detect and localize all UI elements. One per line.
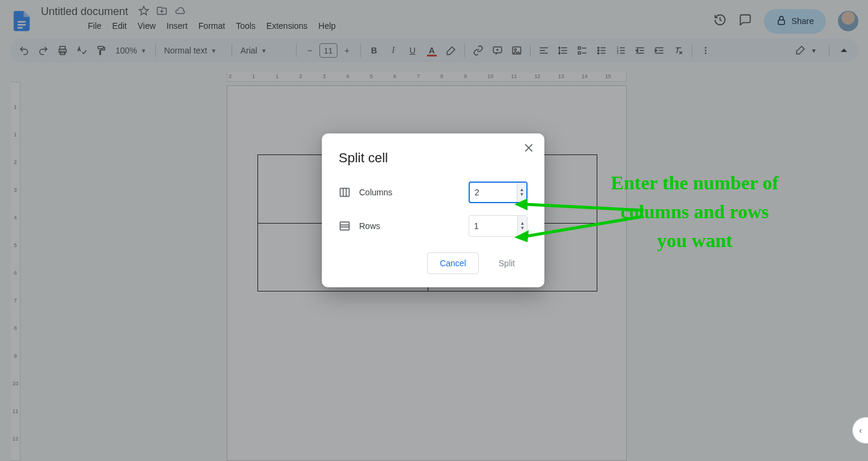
split-cell-dialog: Split cell Columns ▲▼ Rows ▲▼ Cancel Spl… [322,133,544,287]
rows-icon [339,220,351,232]
columns-label: Columns [359,188,460,197]
dialog-title: Split cell [339,150,528,166]
svg-marker-24 [514,230,529,242]
svg-marker-22 [514,198,528,210]
rows-label: Rows [359,221,460,231]
columns-icon [339,186,351,198]
close-icon[interactable] [523,142,535,156]
svg-rect-19 [340,188,349,196]
split-button[interactable]: Split [486,252,528,274]
cancel-button[interactable]: Cancel [427,252,479,274]
columns-value[interactable] [470,183,517,202]
annotation-callout: Enter the number of columns and rows you… [605,168,785,255]
rows-value[interactable] [469,216,517,236]
svg-rect-20 [340,222,349,230]
